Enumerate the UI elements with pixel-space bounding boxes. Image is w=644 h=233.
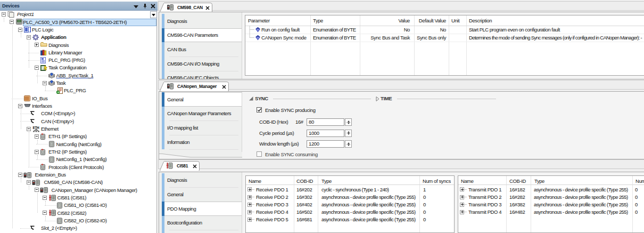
svg-text:ETH: ETH: [32, 126, 39, 130]
